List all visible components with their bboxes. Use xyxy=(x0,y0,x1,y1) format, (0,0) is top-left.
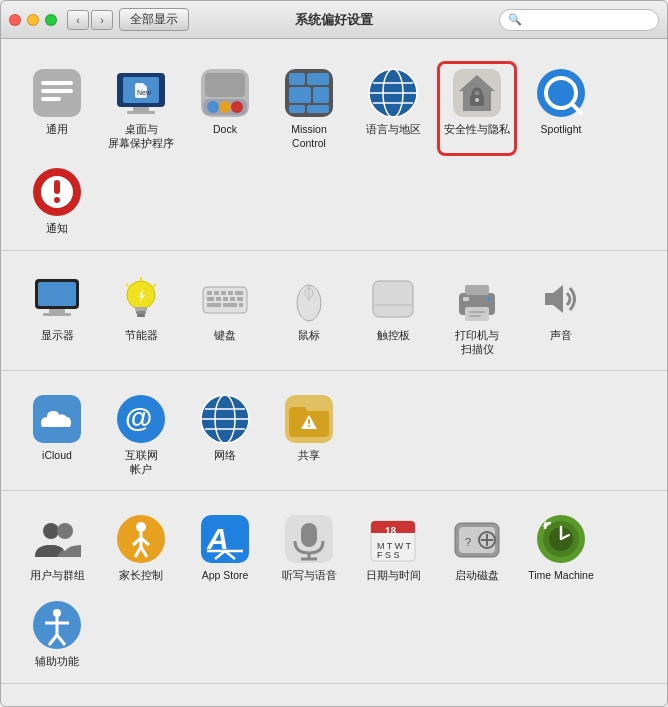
pref-network[interactable]: 网络 xyxy=(185,387,265,482)
security-icon xyxy=(451,67,503,119)
sound-label: 声音 xyxy=(550,329,572,343)
svg-rect-66 xyxy=(239,303,243,307)
pref-sound[interactable]: 声音 xyxy=(521,267,601,362)
pref-sharing[interactable]: 共享 xyxy=(269,387,349,482)
svg-rect-59 xyxy=(207,297,214,301)
svg-point-96 xyxy=(136,522,146,532)
network-label: 网络 xyxy=(214,449,236,463)
minimize-button[interactable] xyxy=(27,14,39,26)
svg-rect-54 xyxy=(207,291,212,295)
pref-mission-control[interactable]: MissionControl xyxy=(269,61,349,156)
internet-grid: iCloud @ 互联网帐户 xyxy=(17,383,651,486)
hardware-grid: 显示器 xyxy=(17,263,651,366)
notification-label: 通知 xyxy=(46,222,68,236)
pref-datetime[interactable]: 18 M T W T F S S 日期与时间 xyxy=(353,507,433,589)
users-label: 用户与群组 xyxy=(30,569,85,583)
pref-trackpad[interactable]: 触控板 xyxy=(353,267,433,362)
dock-icon xyxy=(199,67,251,119)
pref-internet-accounts[interactable]: @ 互联网帐户 xyxy=(101,387,181,482)
svg-text:?: ? xyxy=(465,536,471,548)
language-icon xyxy=(367,67,419,119)
svg-rect-46 xyxy=(135,307,147,311)
desktop-icon: New xyxy=(115,67,167,119)
mission-control-label: MissionControl xyxy=(291,123,327,150)
pref-accessibility[interactable]: 辅助功能 xyxy=(17,593,97,675)
svg-rect-108 xyxy=(301,523,317,547)
general-label: 通用 xyxy=(46,123,68,137)
svg-point-33 xyxy=(475,98,479,102)
mouse-label: 鼠标 xyxy=(298,329,320,343)
svg-rect-16 xyxy=(205,73,245,97)
show-all-button[interactable]: 全部显示 xyxy=(119,8,189,31)
svg-rect-18 xyxy=(289,73,305,85)
maximize-button[interactable] xyxy=(45,14,57,26)
keyboard-label: 键盘 xyxy=(214,329,236,343)
sharing-label: 共享 xyxy=(298,449,320,463)
svg-rect-91 xyxy=(308,419,310,424)
startup-label: 启动磁盘 xyxy=(455,569,499,583)
svg-point-94 xyxy=(57,523,73,539)
svg-rect-63 xyxy=(237,297,243,301)
svg-line-50 xyxy=(153,284,156,287)
pref-language[interactable]: 语言与地区 xyxy=(353,61,433,156)
display-label: 显示器 xyxy=(41,329,74,343)
pref-desktop[interactable]: New 桌面与屏幕保护程序 xyxy=(101,61,181,156)
spotlight-icon xyxy=(535,67,587,119)
pref-startup[interactable]: ? 启动磁盘 xyxy=(437,507,517,589)
svg-rect-43 xyxy=(49,309,65,313)
energy-label: 节能器 xyxy=(125,329,158,343)
pref-appstore[interactable]: A App Store xyxy=(185,507,265,589)
svg-point-93 xyxy=(43,523,59,539)
svg-rect-62 xyxy=(230,297,235,301)
accessibility-icon xyxy=(31,599,83,651)
pref-parental[interactable]: 家长控制 xyxy=(101,507,181,589)
back-button[interactable]: ‹ xyxy=(67,10,89,30)
pref-energy[interactable]: 节能器 xyxy=(101,267,181,362)
pref-dictation[interactable]: 听写与语音 xyxy=(269,507,349,589)
pref-users[interactable]: 用户与群组 xyxy=(17,507,97,589)
svg-rect-92 xyxy=(308,425,310,427)
svg-point-130 xyxy=(53,609,61,617)
energy-icon xyxy=(115,273,167,325)
dictation-label: 听写与语音 xyxy=(282,569,337,583)
svg-text:18: 18 xyxy=(385,526,397,537)
pref-icloud[interactable]: iCloud xyxy=(17,387,97,482)
timemachine-label: Time Machine xyxy=(528,569,594,583)
printer-icon xyxy=(451,273,503,325)
svg-rect-74 xyxy=(465,307,489,321)
svg-rect-7 xyxy=(127,111,155,114)
icloud-icon xyxy=(31,393,83,445)
svg-rect-3 xyxy=(41,97,61,101)
pref-dock[interactable]: Dock xyxy=(185,61,265,156)
svg-line-51 xyxy=(126,284,129,287)
svg-rect-60 xyxy=(216,297,221,301)
pref-printer[interactable]: 打印机与扫描仪 xyxy=(437,267,517,362)
dictation-icon xyxy=(283,513,335,565)
nav-buttons: ‹ › xyxy=(67,10,113,30)
svg-rect-58 xyxy=(235,291,243,295)
search-box[interactable]: 🔍 xyxy=(499,9,659,31)
pref-display[interactable]: 显示器 xyxy=(17,267,97,362)
mouse-icon xyxy=(283,273,335,325)
svg-rect-22 xyxy=(289,105,305,113)
svg-point-14 xyxy=(219,101,231,113)
trackpad-label: 触控板 xyxy=(377,329,410,343)
svg-rect-39 xyxy=(54,180,60,194)
pref-keyboard[interactable]: 键盘 xyxy=(185,267,265,362)
pref-general[interactable]: 通用 xyxy=(17,61,97,156)
pref-security[interactable]: 安全性与隐私 xyxy=(437,61,517,156)
parental-icon xyxy=(115,513,167,565)
pref-notification[interactable]: 通知 xyxy=(17,160,97,242)
mission-control-icon xyxy=(283,67,335,119)
pref-timemachine[interactable]: Time Machine xyxy=(521,507,601,589)
pref-mouse[interactable]: 鼠标 xyxy=(269,267,349,362)
pref-profiles[interactable]: 描述文件 xyxy=(17,700,97,706)
other-grid: 描述文件 xyxy=(17,696,651,706)
close-button[interactable] xyxy=(9,14,21,26)
svg-rect-2 xyxy=(41,89,73,93)
pref-spotlight[interactable]: Spotlight xyxy=(521,61,601,156)
svg-text:New: New xyxy=(137,89,152,96)
svg-text:@: @ xyxy=(125,402,152,433)
forward-button[interactable]: › xyxy=(91,10,113,30)
search-input[interactable] xyxy=(526,13,656,27)
